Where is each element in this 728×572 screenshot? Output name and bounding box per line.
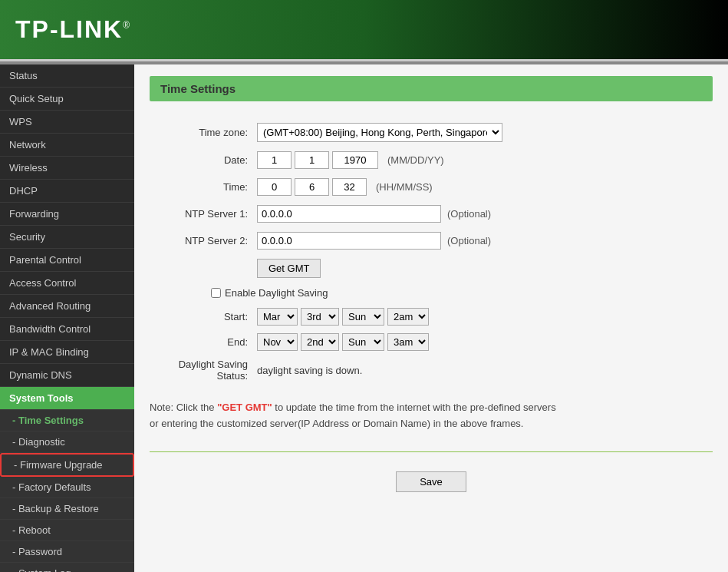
daylight-saving-label[interactable]: Enable Daylight Saving	[211, 287, 328, 299]
dst-start-row: Start: MarJanFebApr MayJunJulAug SepOctN…	[150, 308, 713, 326]
dst-end-row: End: NovJanFebMar AprMayJunJul AugSepOct…	[150, 333, 713, 351]
save-row: Save	[150, 464, 713, 500]
page-title: Time Settings	[150, 76, 713, 101]
sidebar-item-parental-control[interactable]: Parental Control	[0, 249, 134, 272]
ntp1-row: NTP Server 1: (Optional)	[150, 205, 713, 223]
dst-status-row: Daylight Saving Status: daylight saving …	[150, 359, 713, 382]
sidebar-item-security[interactable]: Security	[0, 226, 134, 249]
ntp2-row: NTP Server 2: (Optional)	[150, 232, 713, 250]
dst-end-week[interactable]: 2nd1st3rd4th	[301, 333, 339, 351]
date-day-input[interactable]	[295, 151, 329, 169]
daylight-saving-checkbox[interactable]	[211, 288, 221, 298]
get-gmt-button[interactable]: Get GMT	[257, 259, 321, 278]
sidebar-subitem-password[interactable]: - Password	[0, 541, 134, 563]
ntp1-label: NTP Server 1:	[150, 208, 257, 220]
time-inputs: (HH/MM/SS)	[257, 178, 433, 196]
logo: TP-LINK®	[15, 15, 131, 44]
ntp1-input[interactable]	[257, 205, 441, 223]
dst-end-month[interactable]: NovJanFebMar AprMayJunJul AugSepOctDec	[257, 333, 298, 351]
sidebar: Status Quick Setup WPS Network Wireless …	[0, 64, 134, 572]
ntp1-hint: (Optional)	[447, 208, 491, 220]
dst-status-value: daylight saving is down.	[257, 365, 362, 376]
sidebar-item-forwarding[interactable]: Forwarding	[0, 203, 134, 226]
sidebar-subitem-firmware-upgrade[interactable]: - Firmware Upgrade	[0, 453, 134, 477]
sidebar-item-quick-setup[interactable]: Quick Setup	[0, 88, 134, 111]
timezone-label: Time zone:	[150, 127, 257, 138]
sidebar-item-network[interactable]: Network	[0, 134, 134, 157]
dst-start-time[interactable]: 2am1am3am4am	[387, 308, 429, 326]
date-hint: (MM/DD/YY)	[387, 154, 444, 166]
header: TP-LINK®	[0, 0, 728, 61]
note-highlight: "GET GMT"	[217, 402, 272, 413]
timezone-select[interactable]: (GMT+08:00) Beijing, Hong Kong, Perth, S…	[257, 123, 502, 142]
content-area: Time Settings Time zone: (GMT+08:00) Bei…	[134, 64, 728, 572]
dst-start-label: Start:	[150, 311, 257, 322]
note-section: Note: Click the "GET GMT" to update the …	[150, 392, 713, 440]
sidebar-item-dynamic-dns[interactable]: Dynamic DNS	[0, 364, 134, 387]
get-gmt-row: Get GMT	[150, 259, 713, 278]
date-row: Date: (MM/DD/YY)	[150, 151, 713, 169]
time-hour-input[interactable]	[257, 178, 292, 196]
time-hint: (HH/MM/SS)	[376, 181, 433, 193]
sidebar-item-bandwidth-control[interactable]: Bandwidth Control	[0, 318, 134, 341]
time-label: Time:	[150, 181, 257, 193]
note-line1: Note: Click the "GET GMT" to update the …	[150, 400, 713, 416]
sidebar-subitem-factory-defaults[interactable]: - Factory Defaults	[0, 477, 134, 498]
ntp2-hint: (Optional)	[447, 235, 491, 246]
time-row: Time: (HH/MM/SS)	[150, 178, 713, 196]
date-year-input[interactable]	[332, 151, 378, 169]
main-layout: Status Quick Setup WPS Network Wireless …	[0, 64, 728, 572]
sidebar-item-wireless[interactable]: Wireless	[0, 157, 134, 180]
daylight-saving-row: Enable Daylight Saving	[211, 287, 713, 299]
note-line2: or entering the customized server(IP Add…	[150, 416, 713, 432]
sidebar-item-wps[interactable]: WPS	[0, 111, 134, 134]
date-month-input[interactable]	[257, 151, 292, 169]
date-inputs: (MM/DD/YY)	[257, 151, 444, 169]
dst-end-label: End:	[150, 336, 257, 348]
timezone-row: Time zone: (GMT+08:00) Beijing, Hong Kon…	[150, 123, 713, 142]
sidebar-item-status[interactable]: Status	[0, 64, 134, 88]
sidebar-subitem-reboot[interactable]: - Reboot	[0, 520, 134, 541]
dst-start-day[interactable]: SunMonTueWed ThuFriSat	[342, 308, 384, 326]
dst-start-week[interactable]: 3rd1st2nd4th	[301, 308, 339, 326]
dst-end-time[interactable]: 3am1am2am4am	[387, 333, 429, 351]
ntp2-label: NTP Server 2:	[150, 235, 257, 246]
sidebar-item-advanced-routing[interactable]: Advanced Routing	[0, 295, 134, 318]
sidebar-subitem-time-settings[interactable]: - Time Settings	[0, 410, 134, 431]
dst-start-month[interactable]: MarJanFebApr MayJunJulAug SepOctNovDec	[257, 308, 298, 326]
sidebar-subitem-backup-restore[interactable]: - Backup & Restore	[0, 498, 134, 520]
sidebar-subitem-system-log[interactable]: - System Log	[0, 563, 134, 572]
time-minute-input[interactable]	[295, 178, 329, 196]
form-section: Time zone: (GMT+08:00) Beijing, Hong Kon…	[150, 115, 713, 508]
dst-status-label: Daylight Saving Status:	[150, 359, 257, 382]
sidebar-item-system-tools[interactable]: System Tools	[0, 387, 134, 410]
dst-end-day[interactable]: SunMonTueWed ThuFriSat	[342, 333, 384, 351]
divider	[150, 451, 713, 452]
save-button[interactable]: Save	[396, 471, 466, 492]
sidebar-item-ip-mac-binding[interactable]: IP & MAC Binding	[0, 341, 134, 364]
sidebar-item-access-control[interactable]: Access Control	[0, 272, 134, 295]
ntp2-input[interactable]	[257, 232, 441, 250]
time-second-input[interactable]	[332, 178, 367, 196]
date-label: Date:	[150, 154, 257, 166]
sidebar-item-dhcp[interactable]: DHCP	[0, 180, 134, 203]
sidebar-subitem-diagnostic[interactable]: - Diagnostic	[0, 431, 134, 453]
